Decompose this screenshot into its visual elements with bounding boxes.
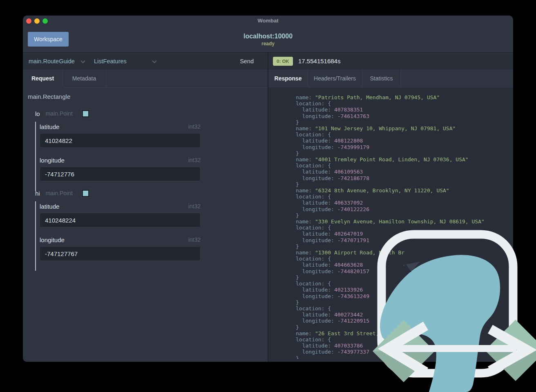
field-label: longitude xyxy=(40,157,65,164)
response-line: longitude: -746143763 xyxy=(296,113,513,119)
response-line: latitude: 404663628 xyxy=(296,262,513,268)
latitude-input[interactable] xyxy=(40,133,201,148)
response-line: location: { xyxy=(296,131,513,138)
request-form: main.Rectangle lo main.Point latitude in… xyxy=(23,87,268,362)
tab-separator xyxy=(362,69,362,87)
method-select[interactable]: ListFeatures xyxy=(94,53,157,69)
workspace-button[interactable]: Workspace xyxy=(28,32,69,47)
response-line: latitude: 408122808 xyxy=(296,138,513,144)
server-address: localhost:10000 xyxy=(23,33,513,40)
tab-response[interactable]: Response xyxy=(268,69,308,87)
response-line: name: "101 New Jersey 10, Whippany, NJ 0… xyxy=(296,125,513,131)
tab-request[interactable]: Request xyxy=(23,69,63,87)
service-select-value: main.RouteGuide xyxy=(29,58,75,65)
connection-status: ready xyxy=(23,41,513,47)
response-line: longitude: -741220915 xyxy=(296,318,513,324)
field-type: int32 xyxy=(188,123,201,130)
field-label: latitude xyxy=(40,123,59,130)
longitude-input[interactable] xyxy=(40,167,201,181)
response-line: longitude: -740122226 xyxy=(296,206,513,212)
response-line: latitude: 406109563 xyxy=(296,169,513,175)
chevron-down-icon xyxy=(80,58,85,65)
response-panel: name: "Patriots Path, Mendham, NJ 07945,… xyxy=(268,87,513,362)
response-line: name: "Patriots Path, Mendham, NJ 07945,… xyxy=(296,94,513,100)
message-set-checkbox[interactable] xyxy=(82,110,89,118)
message-type-label: main.Rectangle xyxy=(28,93,70,100)
send-button[interactable]: Send xyxy=(240,53,254,69)
response-line: } xyxy=(296,243,513,249)
response-line: latitude: 406337092 xyxy=(296,200,513,206)
response-line: } xyxy=(296,212,513,218)
status-badge: 0: OK xyxy=(273,57,293,66)
desktop: Wombat Workspace localhost:10000 ready m… xyxy=(0,0,536,392)
window-title: Wombat xyxy=(23,18,513,24)
service-select[interactable]: main.RouteGuide xyxy=(29,53,85,69)
response-line: } xyxy=(296,181,513,187)
response-output[interactable]: name: "Patriots Path, Mendham, NJ 07945,… xyxy=(296,94,513,359)
field-group-lo: lo main.Point latitude int32 longitude i… xyxy=(35,109,201,191)
response-line: longitude: -747071791 xyxy=(296,237,513,243)
wombat-window: Wombat Workspace localhost:10000 ready m… xyxy=(23,16,513,362)
group-name: lo xyxy=(35,110,40,117)
response-line: latitude: 400273442 xyxy=(296,312,513,318)
response-tab-bar: Response Headers/Trailers Statistics xyxy=(268,69,513,87)
connection-info: localhost:10000 ready xyxy=(23,33,513,47)
response-line: } xyxy=(296,324,513,330)
tab-statistics[interactable]: Statistics xyxy=(362,69,401,87)
response-line: } xyxy=(296,299,513,305)
response-line: latitude: 402647019 xyxy=(296,231,513,237)
tab-separator xyxy=(106,69,106,87)
titlebar: Wombat xyxy=(23,16,513,26)
group-type: main.Point xyxy=(46,190,73,196)
call-duration: 17.554151684s xyxy=(298,53,340,69)
response-line: } xyxy=(296,274,513,281)
tab-metadata[interactable]: Metadata xyxy=(63,69,106,87)
response-line: } xyxy=(296,355,513,359)
response-line: } xyxy=(296,150,513,156)
response-status-row: 0: OK 17.554151684s xyxy=(268,53,513,69)
response-line: name: "6324 8th Avenue, Brooklyn, NY 112… xyxy=(296,187,513,194)
response-line: location: { xyxy=(296,256,513,262)
field-type: int32 xyxy=(188,157,201,163)
response-line: location: { xyxy=(296,163,513,169)
response-line: location: { xyxy=(296,281,513,287)
response-line: latitude: 407033786 xyxy=(296,343,513,349)
tab-separator xyxy=(308,69,308,87)
group-name: hi xyxy=(35,190,40,197)
response-line: longitude: -743613249 xyxy=(296,293,513,299)
request-tab-bar: Request Metadata xyxy=(23,69,268,87)
field-group-hi: hi main.Point latitude int32 longitude i… xyxy=(35,188,201,271)
field-label: longitude xyxy=(40,236,65,243)
longitude-input[interactable] xyxy=(40,246,201,261)
response-line: longitude: -744820157 xyxy=(296,268,513,274)
tab-headers-trailers[interactable]: Headers/Trailers xyxy=(308,69,362,87)
response-line: latitude: 402133926 xyxy=(296,287,513,293)
response-line: longitude: -743999179 xyxy=(296,144,513,150)
request-toolbar: main.RouteGuide ListFeatures Send xyxy=(23,53,268,69)
chevron-down-icon xyxy=(152,58,157,65)
response-line: name: "330 Evelyn Avenue, Hamilton Towns… xyxy=(296,218,513,225)
response-line: location: { xyxy=(296,194,513,200)
tab-separator xyxy=(401,69,401,87)
group-type: main.Point xyxy=(46,110,73,117)
field-type: int32 xyxy=(188,203,201,209)
response-line: name: "26 East 3rd Street, New Pr xyxy=(296,330,513,336)
response-line: location: { xyxy=(296,336,513,343)
message-set-checkbox[interactable] xyxy=(82,189,89,197)
response-line: longitude: -742186778 xyxy=(296,175,513,181)
response-line: longitude: -743977337 xyxy=(296,349,513,355)
response-line: location: { xyxy=(296,305,513,312)
field-type: int32 xyxy=(188,236,201,243)
method-select-value: ListFeatures xyxy=(94,58,127,65)
response-line: location: { xyxy=(296,100,513,107)
response-line: location: { xyxy=(296,225,513,231)
tab-separator xyxy=(63,69,63,87)
latitude-input[interactable] xyxy=(40,213,201,227)
field-label: latitude xyxy=(40,203,59,210)
response-line: latitude: 407838351 xyxy=(296,107,513,113)
response-line: } xyxy=(296,119,513,125)
response-line: name: "1300 Airport Road, North Br xyxy=(296,249,513,256)
response-line: name: "4001 Tremley Point Road, Linden, … xyxy=(296,156,513,163)
